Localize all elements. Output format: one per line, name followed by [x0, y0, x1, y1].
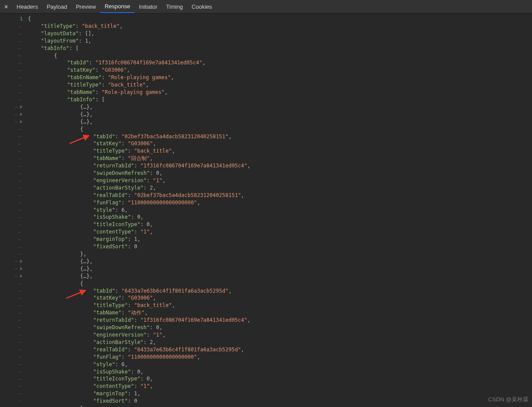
code-line: "funFlag": "11000000000000000000",: [28, 199, 532, 207]
gutter-row[interactable]: –: [0, 383, 25, 390]
gutter-row[interactable]: –: [0, 236, 25, 243]
gutter-row[interactable]: –: [0, 375, 25, 383]
line-gutter: 1–––––––––––––––––––––––––––––––––––––––…: [0, 13, 25, 407]
gutter-row[interactable]: –: [0, 52, 25, 59]
gutter-row[interactable]: –: [0, 133, 25, 140]
code-line: "statKey": "G03006",: [28, 294, 532, 302]
code-line: {…},: [28, 258, 532, 265]
gutter-row[interactable]: –: [0, 103, 25, 111]
tab-payload[interactable]: Payload: [42, 0, 71, 13]
gutter-row[interactable]: –: [0, 346, 25, 353]
code-line: "layoutFrom": 1,: [28, 37, 532, 45]
code-line: "titleType": "back_title",: [28, 302, 532, 309]
gutter-row[interactable]: –: [0, 257, 25, 265]
gutter-row[interactable]: –: [0, 177, 25, 184]
code-line: "tabInfo": [: [28, 45, 532, 52]
code-line: "funFlag": "11000000000000000000",: [28, 354, 532, 361]
tab-initiator[interactable]: Initiator: [135, 0, 162, 13]
code-line: "swipeDownRefresh": 0,: [28, 324, 532, 331]
gutter-row[interactable]: –: [0, 324, 25, 331]
gutter-row[interactable]: –: [0, 96, 25, 103]
gutter-row[interactable]: –: [0, 214, 25, 221]
code-line: "style": 6,: [28, 207, 532, 214]
gutter-row[interactable]: –: [0, 331, 25, 338]
gutter-row[interactable]: –: [0, 353, 25, 360]
code-line: "contentType": "1",: [28, 383, 532, 390]
gutter-row[interactable]: –: [0, 368, 25, 375]
gutter-row[interactable]: –: [0, 125, 25, 133]
gutter-row[interactable]: –: [0, 317, 25, 324]
gutter-row[interactable]: –: [0, 30, 25, 37]
gutter-row[interactable]: –: [0, 184, 25, 191]
gutter-row[interactable]: –: [0, 390, 25, 397]
gutter-row[interactable]: –: [0, 140, 25, 147]
gutter-row[interactable]: –: [0, 162, 25, 170]
gutter-row[interactable]: –: [0, 280, 25, 287]
tab-preview[interactable]: Preview: [71, 0, 100, 13]
gutter-row[interactable]: –: [0, 111, 25, 118]
gutter-row[interactable]: –: [0, 272, 25, 280]
code-line: "titleType": "back_title",: [28, 81, 532, 89]
code-line: "actionBarStyle": 2,: [28, 184, 532, 192]
gutter-row[interactable]: 1: [0, 15, 25, 23]
code-line: "isSupShake": 0,: [28, 214, 532, 221]
code-line: "realTabId": "6433a7e63b6c4f1f801fa6a3ac…: [28, 346, 532, 354]
gutter-row[interactable]: –: [0, 45, 25, 52]
gutter-row[interactable]: –: [0, 89, 25, 96]
gutter-row[interactable]: –: [0, 23, 25, 30]
gutter-row[interactable]: –: [0, 59, 25, 67]
gutter-row[interactable]: –: [0, 287, 25, 294]
json-code-viewer[interactable]: {"titleType": "back_title","layoutData":…: [25, 13, 532, 407]
gutter-row[interactable]: –: [0, 243, 25, 250]
code-line: "tabEnName": "Role-playing games",: [28, 74, 532, 81]
tab-headers[interactable]: Headers: [12, 0, 42, 13]
gutter-row[interactable]: –: [0, 67, 25, 74]
gutter-row[interactable]: –: [0, 338, 25, 346]
gutter-row[interactable]: –: [0, 37, 25, 45]
code-line: },: [28, 405, 532, 407]
gutter-row[interactable]: –: [0, 265, 25, 272]
gutter-row[interactable]: –: [0, 360, 25, 368]
code-line: "tabName": "Role-playing games",: [28, 89, 532, 96]
code-line: "realTabId": "02bef37bac5a4dacb582312040…: [28, 192, 532, 199]
code-line: "engineerVersion": "1",: [28, 331, 532, 339]
code-line: {: [28, 280, 532, 287]
gutter-row[interactable]: –: [0, 147, 25, 155]
code-line: "layoutData": [],: [28, 30, 532, 37]
gutter-row[interactable]: –: [0, 191, 25, 199]
gutter-row[interactable]: –: [0, 199, 25, 206]
gutter-row[interactable]: –: [0, 170, 25, 177]
tab-timing[interactable]: Timing: [162, 0, 188, 13]
gutter-row[interactable]: –: [0, 302, 25, 309]
code-line: "actionBarStyle": 2,: [28, 339, 532, 346]
code-line: "contentType": "1",: [28, 228, 532, 236]
code-line: "style": 6,: [28, 361, 532, 368]
code-line: "returnTabId": "1f316fc086704f169e7a8413…: [28, 317, 532, 324]
gutter-row[interactable]: –: [0, 397, 25, 404]
code-line: },: [28, 250, 532, 258]
code-line: "statKey": "G03006",: [28, 140, 532, 147]
tab-cookies[interactable]: Cookies: [187, 0, 216, 13]
tab-response[interactable]: Response: [100, 0, 135, 13]
gutter-row[interactable]: –: [0, 206, 25, 214]
devtools-tabbar: ✕ HeadersPayloadPreviewResponseInitiator…: [0, 0, 532, 13]
close-icon[interactable]: ✕: [0, 0, 12, 13]
gutter-row[interactable]: –: [0, 250, 25, 258]
gutter-row[interactable]: –: [0, 228, 25, 236]
code-line: "swipeDownRefresh": 0,: [28, 170, 532, 177]
gutter-row[interactable]: –: [0, 404, 25, 407]
gutter-row[interactable]: –: [0, 294, 25, 302]
gutter-row[interactable]: –: [0, 155, 25, 162]
gutter-row[interactable]: –: [0, 118, 25, 125]
watermark: CSDN @吴秋霖: [488, 396, 529, 404]
code-line: "tabName": "动作",: [28, 309, 532, 317]
gutter-row[interactable]: –: [0, 221, 25, 228]
gutter-row[interactable]: –: [0, 74, 25, 81]
gutter-row[interactable]: –: [0, 81, 25, 89]
gutter-row[interactable]: –: [0, 309, 25, 317]
code-line: "tabInfo": [: [28, 96, 532, 103]
code-line: "isSupShake": 0,: [28, 368, 532, 376]
code-line: {: [28, 52, 532, 60]
code-line: "engineerVersion": "1",: [28, 177, 532, 184]
code-line: "tabName": "回合制",: [28, 155, 532, 162]
